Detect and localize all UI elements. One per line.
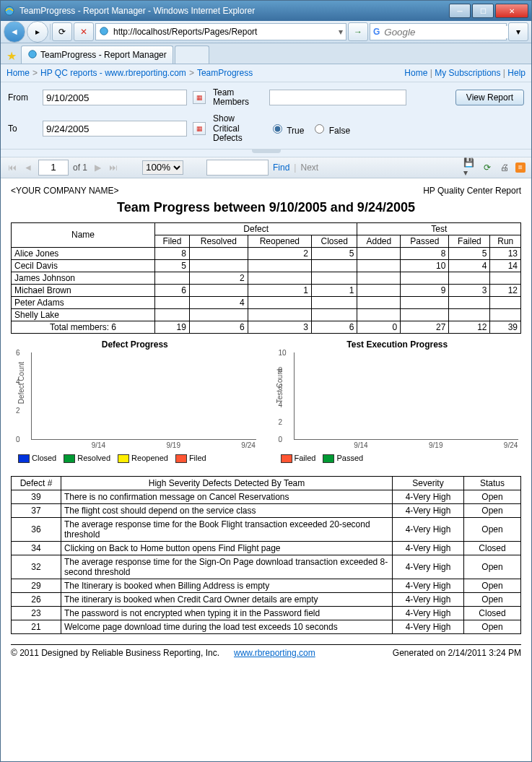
window-titlebar: TeamProgress - Report Manager - Windows … bbox=[1, 1, 531, 21]
collapse-handle[interactable] bbox=[1, 150, 531, 157]
dropdown-icon[interactable]: ▾ bbox=[339, 27, 343, 37]
go-button[interactable]: → bbox=[348, 22, 368, 41]
find-link[interactable]: Find bbox=[273, 163, 289, 173]
calendar-icon[interactable]: ▦ bbox=[193, 91, 206, 104]
team-label: Team Members bbox=[213, 88, 263, 107]
table-row: 26The itinerary is booked when Credit Ca… bbox=[12, 593, 521, 607]
crumb-last: TeamProgress bbox=[197, 68, 253, 78]
new-tab-button[interactable] bbox=[175, 46, 209, 64]
table-row: 29The Itinerary is booked when Billing A… bbox=[12, 579, 521, 593]
breadcrumb: Home > HP QC reports - www.rbreporting.c… bbox=[1, 64, 531, 82]
table-row: 36The average response time for the Book… bbox=[12, 518, 521, 542]
table-row: 37The flight cost should depend on the s… bbox=[12, 504, 521, 518]
url-input[interactable] bbox=[112, 26, 336, 38]
link-subscriptions[interactable]: My Subscriptions bbox=[435, 68, 500, 78]
forward-button[interactable]: ▸ bbox=[27, 21, 48, 43]
progress-table: Name Defect Test Filed Resolved Reopened… bbox=[11, 222, 521, 334]
table-row: 34Clicking on Back to Home button opens … bbox=[12, 542, 521, 555]
table-row: Cecil Davis510414 bbox=[12, 259, 521, 272]
crumb-home[interactable]: Home bbox=[6, 68, 30, 78]
from-input[interactable] bbox=[43, 90, 187, 105]
prev-page-button[interactable]: ◄ bbox=[22, 162, 34, 173]
tab-title: TeamProgress - Report Manager bbox=[40, 50, 167, 60]
export-icon[interactable]: 💾▾ bbox=[463, 161, 476, 174]
svg-point-1 bbox=[100, 27, 108, 35]
last-page-button[interactable]: ⏭ bbox=[108, 162, 119, 173]
browser-navbar: ◄ ▸ ⟳ ✕ ▾ → G ▾ bbox=[1, 21, 531, 43]
favorites-icon[interactable]: ★ bbox=[4, 48, 19, 64]
first-page-button[interactable]: ⏮ bbox=[6, 162, 18, 173]
crumb-mid[interactable]: HP QC reports - www.rbreporting.com bbox=[40, 68, 186, 78]
svg-point-2 bbox=[29, 50, 37, 58]
defects-table: Defect # High Severity Defects Detected … bbox=[11, 476, 521, 634]
page-input[interactable] bbox=[38, 160, 69, 176]
stop-button[interactable]: ✕ bbox=[74, 22, 94, 41]
search-input[interactable] bbox=[383, 26, 508, 38]
col-test: Test bbox=[357, 222, 521, 235]
report-title: Team Progress between 9/10/2005 and 9/24… bbox=[11, 200, 521, 215]
col-defect: Defect bbox=[155, 222, 357, 235]
from-label: From bbox=[8, 92, 37, 103]
calendar-icon[interactable]: ▦ bbox=[193, 122, 206, 135]
table-row: Michael Brown6119312 bbox=[12, 284, 521, 296]
tab-active[interactable]: TeamProgress - Report Manager bbox=[21, 46, 173, 64]
totals-label: Total members: 6 bbox=[12, 321, 155, 333]
page-of-label: of 1 bbox=[73, 163, 87, 173]
ie-tab-icon bbox=[27, 49, 38, 61]
table-row: 32The average response time for the Sign… bbox=[12, 555, 521, 579]
ie-icon bbox=[4, 5, 15, 17]
footer-link[interactable]: www.rbreporting.com bbox=[234, 648, 315, 658]
table-row: 39There is no confirmation message on Ca… bbox=[12, 490, 521, 504]
table-row: Peter Adams4 bbox=[12, 296, 521, 308]
crit-label: Show Critical Defects bbox=[213, 114, 263, 143]
table-row: James Johnson2 bbox=[12, 272, 521, 284]
report-source: HP Quality Center Report bbox=[423, 186, 521, 196]
minimize-button[interactable]: ─ bbox=[449, 4, 471, 18]
refresh-icon[interactable]: ⟳ bbox=[481, 161, 494, 174]
crit-radios: True False bbox=[269, 122, 406, 136]
refresh-button[interactable]: ⟳ bbox=[52, 22, 72, 41]
next-page-button[interactable]: ▶ bbox=[92, 162, 103, 173]
report-toolbar: ⏮ ◄ of 1 ▶ ⏭ 100% Find | Next 💾▾ ⟳ 🖨 ≡ bbox=[1, 157, 531, 178]
parameter-panel: From ▦ Team Members View Report To ▦ Sho… bbox=[1, 82, 531, 150]
radio-true[interactable] bbox=[273, 124, 282, 134]
test-chart: Test Execution Progress Test Count 02468… bbox=[274, 339, 522, 463]
table-row: Shelly Lake bbox=[12, 308, 521, 321]
link-home[interactable]: Home bbox=[404, 68, 427, 78]
table-row: Alice Jones8258513 bbox=[12, 247, 521, 259]
radio-false[interactable] bbox=[315, 124, 324, 134]
report-footer: © 2011 Designed by Reliable Business Rep… bbox=[11, 644, 521, 658]
search-bar[interactable]: G bbox=[370, 23, 507, 40]
google-icon: G bbox=[373, 27, 380, 37]
search-dropdown[interactable]: ▾ bbox=[508, 22, 528, 41]
company-name: <YOUR COMPANY NAME> bbox=[11, 186, 119, 196]
print-icon[interactable]: 🖨 bbox=[498, 161, 511, 174]
to-input[interactable] bbox=[43, 121, 187, 137]
to-label: To bbox=[8, 124, 37, 134]
col-name: Name bbox=[12, 222, 155, 247]
team-input[interactable] bbox=[269, 90, 406, 105]
tab-bar: ★ TeamProgress - Report Manager bbox=[1, 43, 531, 64]
link-help[interactable]: Help bbox=[507, 68, 526, 78]
back-button[interactable]: ◄ bbox=[4, 21, 25, 43]
window-title: TeamProgress - Report Manager - Windows … bbox=[19, 6, 449, 16]
table-row: 23The password is not encrypted when typ… bbox=[12, 607, 521, 620]
ie-page-icon bbox=[99, 26, 109, 38]
close-button[interactable]: ✕ bbox=[495, 4, 528, 18]
defect-chart: Defect Progress Defect Count 0246 9/149/… bbox=[11, 339, 259, 463]
feed-icon[interactable]: ≡ bbox=[515, 163, 526, 173]
zoom-select[interactable]: 100% bbox=[142, 160, 183, 175]
report-body: <YOUR COMPANY NAME> HP Quality Center Re… bbox=[1, 178, 531, 761]
view-report-button[interactable]: View Report bbox=[455, 90, 524, 105]
table-row: 21Welcome page download time during the … bbox=[12, 620, 521, 634]
maximize-button[interactable]: ☐ bbox=[472, 4, 494, 18]
next-link[interactable]: Next bbox=[300, 163, 318, 173]
find-input[interactable] bbox=[206, 160, 269, 176]
address-bar[interactable]: ▾ bbox=[95, 23, 346, 40]
